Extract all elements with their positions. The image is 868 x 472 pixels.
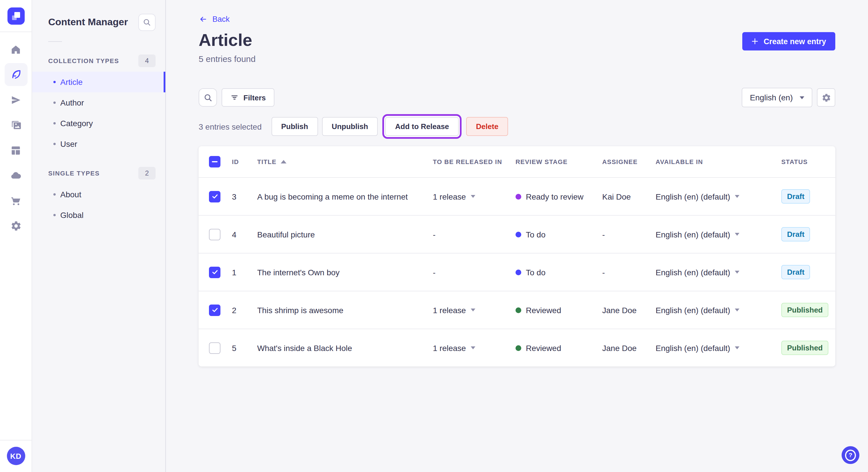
subnav-title: Content Manager — [48, 16, 128, 28]
content-type-builder-icon[interactable] — [4, 139, 27, 162]
sidebar-item-category[interactable]: Category — [32, 113, 165, 134]
chevron-down-icon — [470, 195, 475, 198]
sort-ascending-icon — [280, 160, 286, 164]
status-badge: Published — [781, 303, 828, 317]
media-library-icon[interactable] — [4, 113, 27, 136]
cell-status: Published — [781, 341, 835, 355]
cell-review-stage: Reviewed — [516, 343, 602, 352]
sidebar-item-global[interactable]: Global — [32, 205, 165, 225]
cell-release: - — [433, 268, 516, 277]
app: KD Content Manager COLLECTION TYPES 4 Ar… — [0, 0, 868, 472]
cell-status: Draft — [781, 227, 835, 241]
list-toolbar: Filters English (en) — [198, 88, 835, 107]
publish-button[interactable]: Publish — [271, 117, 318, 136]
cell-available-in[interactable]: English (en) (default) — [656, 268, 781, 277]
single-types-section: SINGLE TYPES 2 About Global — [32, 167, 165, 225]
main-navigation-sidebar: KD — [0, 0, 32, 472]
cell-release[interactable]: 1 release — [433, 192, 516, 201]
column-header-status: STATUS — [781, 158, 835, 165]
table-row[interactable]: 2 This shrimp is awesome 1 release Revie… — [198, 291, 835, 329]
cell-release[interactable]: 1 release — [433, 343, 516, 352]
row-checkbox[interactable] — [209, 191, 220, 202]
marketplace-icon[interactable] — [4, 189, 27, 212]
select-all-checkbox[interactable] — [209, 156, 220, 167]
cloud-icon[interactable] — [4, 164, 27, 187]
content-manager-icon[interactable] — [4, 63, 27, 86]
sidebar-item-about[interactable]: About — [32, 184, 165, 205]
entries-table: ID TITLE TO BE RELEASED IN REVIEW STAGE … — [198, 146, 835, 367]
user-avatar[interactable]: KD — [7, 447, 25, 465]
chevron-down-icon — [470, 308, 475, 311]
subnav-search-button[interactable] — [138, 14, 156, 31]
help-button[interactable]: ? — [842, 446, 859, 464]
divider — [48, 41, 62, 42]
column-header-id[interactable]: ID — [232, 158, 257, 165]
cell-id: 1 — [232, 268, 257, 277]
cell-assignee: Kai Doe — [602, 192, 656, 201]
cell-review-stage: Ready to review — [516, 192, 602, 201]
row-checkbox[interactable] — [209, 266, 220, 278]
row-checkbox[interactable] — [209, 342, 220, 353]
bullet-icon — [53, 214, 56, 216]
view-settings-button[interactable] — [817, 88, 835, 107]
sidebar-item-label: User — [60, 139, 77, 148]
cell-available-in[interactable]: English (en) (default) — [656, 305, 781, 314]
cell-title: This shrimp is awesome — [257, 305, 433, 314]
logo-container — [0, 0, 32, 32]
chevron-down-icon — [470, 346, 475, 349]
cell-assignee: Jane Doe — [602, 343, 656, 352]
add-to-release-button[interactable]: Add to Release — [385, 117, 459, 136]
sidebar-item-user[interactable]: User — [32, 134, 165, 154]
cell-title: What's inside a Black Hole — [257, 343, 433, 352]
locale-selected-value: English (en) — [750, 93, 793, 102]
cell-available-in[interactable]: English (en) (default) — [656, 230, 781, 239]
strapi-logo[interactable] — [7, 7, 24, 25]
cell-title: Beautiful picture — [257, 230, 433, 239]
bullet-icon — [53, 143, 56, 145]
settings-icon[interactable] — [4, 214, 27, 237]
home-icon[interactable] — [4, 38, 27, 61]
table-row[interactable]: 5 What's inside a Black Hole 1 release R… — [198, 329, 835, 367]
indeterminate-dash-icon — [212, 161, 218, 162]
check-icon — [211, 193, 218, 200]
table-row[interactable]: 1 The internet's Own boy - To do - Engli… — [198, 253, 835, 291]
cell-status: Draft — [781, 265, 835, 279]
chevron-down-icon — [735, 195, 739, 198]
bullet-icon — [53, 193, 56, 196]
cell-id: 2 — [232, 305, 257, 314]
filters-button[interactable]: Filters — [222, 88, 274, 107]
row-checkbox[interactable] — [209, 229, 220, 240]
search-button[interactable] — [198, 88, 217, 107]
create-new-entry-button[interactable]: Create new entry — [742, 32, 835, 50]
sidebar-item-article[interactable]: Article — [32, 72, 165, 92]
check-icon — [211, 268, 218, 276]
bullet-icon — [53, 122, 56, 125]
column-header-title[interactable]: TITLE — [257, 158, 433, 165]
unpublish-button[interactable]: Unpublish — [322, 117, 378, 136]
arrow-left-icon — [198, 15, 208, 23]
table-row[interactable]: 3 A bug is becoming a meme on the intern… — [198, 177, 835, 215]
search-icon — [203, 93, 213, 102]
page-header: Article 5 entries found Create new entry — [198, 30, 835, 64]
section-label: SINGLE TYPES — [48, 170, 100, 177]
cell-title: The internet's Own boy — [257, 268, 433, 277]
cell-review-stage: Reviewed — [516, 305, 602, 314]
table-row[interactable]: 4 Beautiful picture - To do - English (e… — [198, 215, 835, 253]
sidebar-footer: KD — [0, 440, 32, 472]
sidebar-item-label: Article — [60, 77, 83, 87]
sidebar-item-label: Category — [60, 119, 93, 128]
chevron-down-icon — [735, 308, 739, 311]
delete-button[interactable]: Delete — [466, 117, 508, 136]
sidebar-item-author[interactable]: Author — [32, 92, 165, 113]
cell-available-in[interactable]: English (en) (default) — [656, 192, 781, 201]
cell-available-in[interactable]: English (en) (default) — [656, 343, 781, 352]
chevron-down-icon — [735, 233, 739, 236]
column-header-assignee: ASSIGNEE — [602, 158, 656, 165]
cell-release[interactable]: 1 release — [433, 305, 516, 314]
releases-icon[interactable] — [4, 88, 27, 111]
row-checkbox[interactable] — [209, 304, 220, 316]
locale-select[interactable]: English (en) — [742, 88, 812, 107]
back-link[interactable]: Back — [198, 15, 229, 24]
cell-review-stage: To do — [516, 230, 602, 239]
selection-bar: 3 entries selected Publish Unpublish Add… — [198, 117, 835, 136]
